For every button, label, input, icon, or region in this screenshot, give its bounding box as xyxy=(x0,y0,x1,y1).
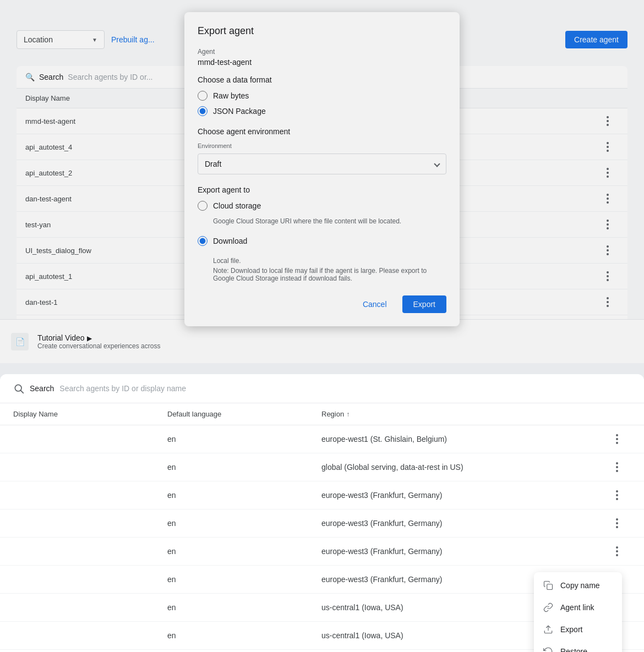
modal-actions: Cancel Export xyxy=(198,295,446,313)
context-menu-agent-link[interactable]: Agent link xyxy=(534,596,622,618)
prebuilt-agents-link[interactable]: Prebuilt ag... xyxy=(111,35,155,44)
col-header-actions xyxy=(603,410,631,418)
tutorial-content: Tutorial Video ▶ Create conversational e… xyxy=(37,333,160,350)
cell-lang: en xyxy=(167,463,321,472)
context-menu-copy-name[interactable]: Copy name xyxy=(534,574,622,596)
radio-raw-bytes-input[interactable] xyxy=(198,91,208,101)
svg-rect-2 xyxy=(547,584,553,590)
cell-lang: en xyxy=(167,435,321,443)
search-icon: 🔍 xyxy=(25,73,35,81)
environment-value: Draft xyxy=(205,160,221,168)
sort-arrow-icon: ↑ xyxy=(346,410,350,418)
search-placeholder-bg: Search agents by ID or... xyxy=(68,73,152,81)
radio-cloud-storage[interactable]: Cloud storage xyxy=(198,201,446,211)
col-header-region: Region ↑ xyxy=(321,410,603,418)
tutorial-icon: 📄 xyxy=(11,333,29,350)
environment-dropdown[interactable]: Draft xyxy=(198,154,446,174)
local-file-note: Note: Download to local file may fail if… xyxy=(213,267,446,282)
cell-lang: en xyxy=(167,575,321,584)
row-menu-button[interactable] xyxy=(603,460,631,474)
svg-line-1 xyxy=(20,390,23,393)
location-label: Location xyxy=(24,35,53,44)
export-icon xyxy=(543,624,554,635)
col-header-default-lang: Default language xyxy=(167,410,321,418)
table-row: en global (Global serving, data-at-rest … xyxy=(0,453,644,481)
radio-raw-bytes-label: Raw bytes xyxy=(213,91,249,100)
radio-json-package-input[interactable] xyxy=(198,106,208,116)
row-menu-button[interactable] xyxy=(603,516,631,530)
environment-title: Choose agent environment xyxy=(198,127,446,136)
radio-json-package-label: JSON Package xyxy=(213,107,266,116)
search-label-bottom: Search xyxy=(30,384,54,393)
copy-name-label: Copy name xyxy=(560,581,600,590)
cell-lang: en xyxy=(167,491,321,500)
row-menu-button[interactable] xyxy=(603,544,631,558)
table-row: en europe-west3 (Frankfurt, Germany) xyxy=(0,538,644,566)
modal-agent-name: mmd-test-agent xyxy=(198,58,446,67)
radio-cloud-storage-input[interactable] xyxy=(198,201,208,211)
cell-region: global (Global serving, data-at-rest in … xyxy=(321,463,603,472)
cell-region: europe-west3 (Frankfurt, Germany) xyxy=(321,519,603,528)
row-menu-button[interactable] xyxy=(603,488,631,502)
agent-section-label: Agent xyxy=(198,48,446,56)
bottom-table-header: Display Name Default language Region ↑ xyxy=(0,403,644,425)
tutorial-title: Tutorial Video ▶ xyxy=(37,333,160,342)
restore-icon xyxy=(543,646,554,652)
agent-link-label: Agent link xyxy=(560,603,594,612)
local-file-text: Local file. xyxy=(213,257,446,265)
chevron-down-icon xyxy=(434,161,440,167)
search-icon xyxy=(13,383,24,394)
format-radio-group: Raw bytes JSON Package xyxy=(198,91,446,116)
bottom-section: Search Search agents by ID or display na… xyxy=(0,374,644,652)
cancel-button[interactable]: Cancel xyxy=(354,295,396,313)
col-display-name: Display Name xyxy=(25,94,146,102)
cell-lang: en xyxy=(167,547,321,556)
copy-icon xyxy=(543,580,554,591)
cell-region: europe-west3 (Frankfurt, Germany) xyxy=(321,547,603,556)
row-menu-button[interactable] xyxy=(603,432,631,446)
context-menu: Copy name Agent link Export xyxy=(534,572,622,652)
radio-cloud-storage-label: Cloud storage xyxy=(213,201,261,210)
create-agent-button[interactable]: Create agent xyxy=(565,31,627,48)
restore-label: Restore xyxy=(560,647,587,652)
cell-lang: en xyxy=(167,631,321,640)
cell-lang: en xyxy=(167,519,321,528)
data-format-title: Choose a data format xyxy=(198,75,446,84)
table-row: en europe-west3 (Frankfurt, Germany) xyxy=(0,481,644,509)
export-button[interactable]: Export xyxy=(402,295,446,313)
location-select[interactable]: Location ▼ xyxy=(17,30,105,49)
radio-json-package[interactable]: JSON Package xyxy=(198,106,446,116)
environment-field-label: Environment xyxy=(198,143,446,149)
top-section: Location ▼ Prebuilt ag... Create agent 🔍… xyxy=(0,0,644,363)
search-label-bg: Search xyxy=(39,73,63,81)
table-row: en europe-west1 (St. Ghislain, Belgium) xyxy=(0,425,644,453)
section-divider xyxy=(0,363,644,374)
radio-download-label: Download xyxy=(213,237,247,245)
radio-raw-bytes[interactable]: Raw bytes xyxy=(198,91,446,101)
radio-download[interactable]: Download xyxy=(198,236,446,246)
cell-lang: en xyxy=(167,603,321,612)
cell-region: europe-west1 (St. Ghislain, Belgium) xyxy=(321,435,603,443)
export-label: Export xyxy=(560,625,582,634)
table-row: en europe-west3 (Frankfurt, Germany) xyxy=(0,509,644,538)
export-modal: Export agent Agent mmd-test-agent Choose… xyxy=(184,12,460,326)
modal-title: Export agent xyxy=(198,25,446,37)
tutorial-desc: Create conversational experiences across xyxy=(37,342,160,350)
link-icon xyxy=(543,602,554,613)
export-to-title: Export agent to xyxy=(198,185,446,194)
bottom-search-bar: Search Search agents by ID or display na… xyxy=(0,374,644,403)
col-header-display-name: Display Name xyxy=(13,410,167,418)
export-radio-group: Cloud storage Google Cloud Storage URI w… xyxy=(198,201,446,246)
cell-region: europe-west3 (Frankfurt, Germany) xyxy=(321,491,603,500)
cloud-storage-hint: Google Cloud Storage URI where the file … xyxy=(213,217,446,225)
search-placeholder-bottom: Search agents by ID or display name xyxy=(59,384,186,393)
radio-download-input[interactable] xyxy=(198,236,208,246)
context-menu-restore[interactable]: Restore xyxy=(534,640,622,652)
context-menu-export[interactable]: Export xyxy=(534,618,622,640)
